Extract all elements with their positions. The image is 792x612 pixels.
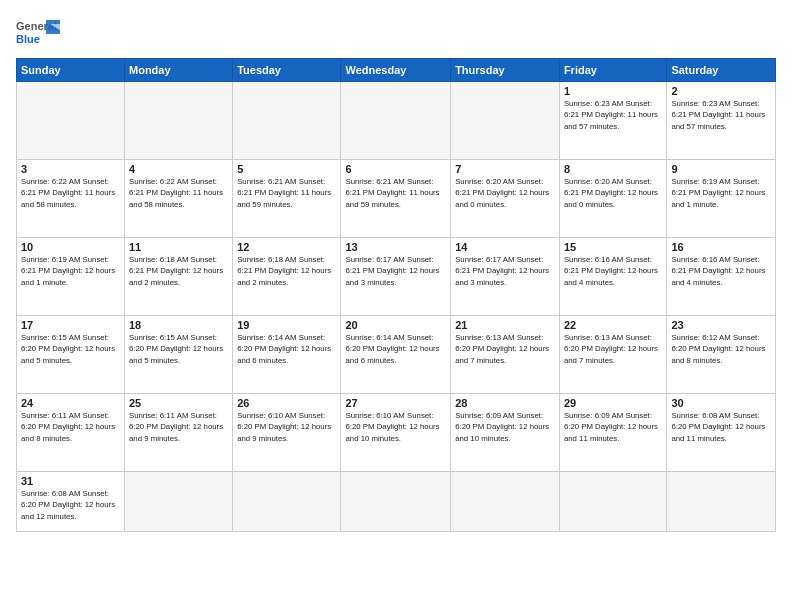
day-cell: [451, 472, 560, 532]
day-cell: 9Sunrise: 6:19 AM Sunset: 6:21 PM Daylig…: [667, 160, 776, 238]
day-number: 14: [455, 241, 555, 253]
day-cell: 16Sunrise: 6:16 AM Sunset: 6:21 PM Dayli…: [667, 238, 776, 316]
day-cell: 11Sunrise: 6:18 AM Sunset: 6:21 PM Dayli…: [125, 238, 233, 316]
page: General Blue SundayMondayTuesdayWednesda…: [0, 0, 792, 612]
week-row-0: 1Sunrise: 6:23 AM Sunset: 6:21 PM Daylig…: [17, 82, 776, 160]
day-number: 9: [671, 163, 771, 175]
day-info: Sunrise: 6:17 AM Sunset: 6:21 PM Dayligh…: [455, 254, 555, 288]
day-info: Sunrise: 6:23 AM Sunset: 6:21 PM Dayligh…: [564, 98, 662, 132]
day-cell: [341, 472, 451, 532]
week-row-3: 17Sunrise: 6:15 AM Sunset: 6:20 PM Dayli…: [17, 316, 776, 394]
day-number: 15: [564, 241, 662, 253]
day-cell: 1Sunrise: 6:23 AM Sunset: 6:21 PM Daylig…: [559, 82, 666, 160]
day-info: Sunrise: 6:21 AM Sunset: 6:21 PM Dayligh…: [345, 176, 446, 210]
day-cell: 12Sunrise: 6:18 AM Sunset: 6:21 PM Dayli…: [233, 238, 341, 316]
day-info: Sunrise: 6:13 AM Sunset: 6:20 PM Dayligh…: [455, 332, 555, 366]
day-cell: [233, 472, 341, 532]
day-number: 19: [237, 319, 336, 331]
day-number: 20: [345, 319, 446, 331]
weekday-header-friday: Friday: [559, 59, 666, 82]
day-number: 24: [21, 397, 120, 409]
day-cell: [559, 472, 666, 532]
day-info: Sunrise: 6:08 AM Sunset: 6:20 PM Dayligh…: [21, 488, 120, 522]
header: General Blue: [16, 12, 776, 52]
day-number: 12: [237, 241, 336, 253]
day-number: 22: [564, 319, 662, 331]
day-number: 1: [564, 85, 662, 97]
day-info: Sunrise: 6:15 AM Sunset: 6:20 PM Dayligh…: [21, 332, 120, 366]
day-info: Sunrise: 6:22 AM Sunset: 6:21 PM Dayligh…: [21, 176, 120, 210]
day-info: Sunrise: 6:18 AM Sunset: 6:21 PM Dayligh…: [129, 254, 228, 288]
day-cell: 8Sunrise: 6:20 AM Sunset: 6:21 PM Daylig…: [559, 160, 666, 238]
week-row-5: 31Sunrise: 6:08 AM Sunset: 6:20 PM Dayli…: [17, 472, 776, 532]
day-cell: 31Sunrise: 6:08 AM Sunset: 6:20 PM Dayli…: [17, 472, 125, 532]
day-cell: 3Sunrise: 6:22 AM Sunset: 6:21 PM Daylig…: [17, 160, 125, 238]
weekday-header-sunday: Sunday: [17, 59, 125, 82]
day-cell: 17Sunrise: 6:15 AM Sunset: 6:20 PM Dayli…: [17, 316, 125, 394]
day-cell: 25Sunrise: 6:11 AM Sunset: 6:20 PM Dayli…: [125, 394, 233, 472]
day-info: Sunrise: 6:16 AM Sunset: 6:21 PM Dayligh…: [564, 254, 662, 288]
day-info: Sunrise: 6:10 AM Sunset: 6:20 PM Dayligh…: [237, 410, 336, 444]
day-info: Sunrise: 6:16 AM Sunset: 6:21 PM Dayligh…: [671, 254, 771, 288]
day-number: 30: [671, 397, 771, 409]
day-info: Sunrise: 6:12 AM Sunset: 6:20 PM Dayligh…: [671, 332, 771, 366]
day-cell: 27Sunrise: 6:10 AM Sunset: 6:20 PM Dayli…: [341, 394, 451, 472]
day-cell: 24Sunrise: 6:11 AM Sunset: 6:20 PM Dayli…: [17, 394, 125, 472]
day-number: 25: [129, 397, 228, 409]
day-cell: 28Sunrise: 6:09 AM Sunset: 6:20 PM Dayli…: [451, 394, 560, 472]
weekday-header-tuesday: Tuesday: [233, 59, 341, 82]
day-info: Sunrise: 6:22 AM Sunset: 6:21 PM Dayligh…: [129, 176, 228, 210]
day-info: Sunrise: 6:14 AM Sunset: 6:20 PM Dayligh…: [237, 332, 336, 366]
day-number: 17: [21, 319, 120, 331]
day-number: 8: [564, 163, 662, 175]
day-cell: 4Sunrise: 6:22 AM Sunset: 6:21 PM Daylig…: [125, 160, 233, 238]
day-info: Sunrise: 6:17 AM Sunset: 6:21 PM Dayligh…: [345, 254, 446, 288]
day-number: 7: [455, 163, 555, 175]
day-cell: [233, 82, 341, 160]
week-row-4: 24Sunrise: 6:11 AM Sunset: 6:20 PM Dayli…: [17, 394, 776, 472]
day-cell: 30Sunrise: 6:08 AM Sunset: 6:20 PM Dayli…: [667, 394, 776, 472]
day-cell: [17, 82, 125, 160]
day-info: Sunrise: 6:19 AM Sunset: 6:21 PM Dayligh…: [671, 176, 771, 210]
svg-text:Blue: Blue: [16, 33, 40, 45]
day-cell: [125, 82, 233, 160]
day-cell: 2Sunrise: 6:23 AM Sunset: 6:21 PM Daylig…: [667, 82, 776, 160]
day-number: 4: [129, 163, 228, 175]
day-number: 29: [564, 397, 662, 409]
day-info: Sunrise: 6:20 AM Sunset: 6:21 PM Dayligh…: [564, 176, 662, 210]
day-cell: 23Sunrise: 6:12 AM Sunset: 6:20 PM Dayli…: [667, 316, 776, 394]
day-cell: [451, 82, 560, 160]
logo: General Blue: [16, 16, 64, 52]
week-row-1: 3Sunrise: 6:22 AM Sunset: 6:21 PM Daylig…: [17, 160, 776, 238]
day-number: 2: [671, 85, 771, 97]
day-cell: 18Sunrise: 6:15 AM Sunset: 6:20 PM Dayli…: [125, 316, 233, 394]
day-number: 21: [455, 319, 555, 331]
day-info: Sunrise: 6:09 AM Sunset: 6:20 PM Dayligh…: [564, 410, 662, 444]
day-number: 28: [455, 397, 555, 409]
weekday-header-monday: Monday: [125, 59, 233, 82]
day-cell: 13Sunrise: 6:17 AM Sunset: 6:21 PM Dayli…: [341, 238, 451, 316]
calendar: SundayMondayTuesdayWednesdayThursdayFrid…: [16, 58, 776, 532]
weekday-header-thursday: Thursday: [451, 59, 560, 82]
day-cell: 21Sunrise: 6:13 AM Sunset: 6:20 PM Dayli…: [451, 316, 560, 394]
day-cell: 7Sunrise: 6:20 AM Sunset: 6:21 PM Daylig…: [451, 160, 560, 238]
week-row-2: 10Sunrise: 6:19 AM Sunset: 6:21 PM Dayli…: [17, 238, 776, 316]
day-cell: 14Sunrise: 6:17 AM Sunset: 6:21 PM Dayli…: [451, 238, 560, 316]
day-number: 13: [345, 241, 446, 253]
day-number: 27: [345, 397, 446, 409]
day-info: Sunrise: 6:09 AM Sunset: 6:20 PM Dayligh…: [455, 410, 555, 444]
day-info: Sunrise: 6:20 AM Sunset: 6:21 PM Dayligh…: [455, 176, 555, 210]
day-cell: [125, 472, 233, 532]
day-info: Sunrise: 6:08 AM Sunset: 6:20 PM Dayligh…: [671, 410, 771, 444]
day-number: 6: [345, 163, 446, 175]
day-cell: 20Sunrise: 6:14 AM Sunset: 6:20 PM Dayli…: [341, 316, 451, 394]
day-info: Sunrise: 6:14 AM Sunset: 6:20 PM Dayligh…: [345, 332, 446, 366]
day-info: Sunrise: 6:10 AM Sunset: 6:20 PM Dayligh…: [345, 410, 446, 444]
day-info: Sunrise: 6:23 AM Sunset: 6:21 PM Dayligh…: [671, 98, 771, 132]
day-number: 10: [21, 241, 120, 253]
day-cell: 19Sunrise: 6:14 AM Sunset: 6:20 PM Dayli…: [233, 316, 341, 394]
day-info: Sunrise: 6:15 AM Sunset: 6:20 PM Dayligh…: [129, 332, 228, 366]
day-number: 31: [21, 475, 120, 487]
day-number: 18: [129, 319, 228, 331]
day-info: Sunrise: 6:11 AM Sunset: 6:20 PM Dayligh…: [21, 410, 120, 444]
